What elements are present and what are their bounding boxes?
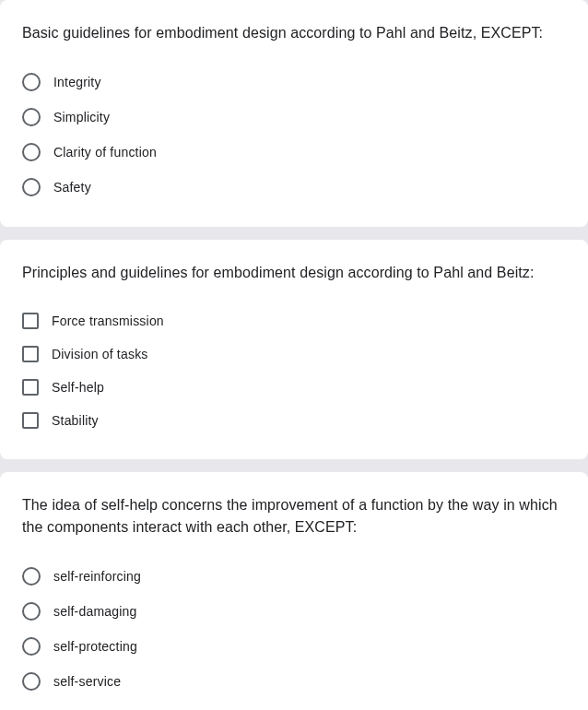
option-label: Stability: [52, 413, 99, 428]
radio-icon[interactable]: [22, 637, 41, 656]
option-row[interactable]: Clarity of function: [22, 135, 566, 170]
option-label: Safety: [53, 180, 91, 195]
option-row[interactable]: self-protecting: [22, 629, 566, 664]
option-label: Force transmission: [52, 314, 164, 328]
option-label: Simplicity: [53, 110, 110, 124]
checkbox-icon[interactable]: [22, 379, 39, 396]
option-row[interactable]: Stability: [22, 404, 566, 437]
option-row[interactable]: self-service: [22, 664, 566, 699]
radio-icon[interactable]: [22, 108, 41, 126]
option-row[interactable]: Self-help: [22, 371, 566, 404]
radio-icon[interactable]: [22, 178, 41, 196]
question-text: Basic guidelines for embodiment design a…: [22, 22, 566, 44]
checkbox-icon[interactable]: [22, 313, 39, 329]
radio-icon[interactable]: [22, 143, 41, 161]
option-row[interactable]: Force transmission: [22, 304, 566, 337]
radio-icon[interactable]: [22, 672, 41, 691]
option-label: Clarity of function: [53, 145, 157, 160]
option-row[interactable]: Simplicity: [22, 100, 566, 135]
option-label: self-protecting: [53, 639, 137, 654]
radio-icon[interactable]: [22, 567, 41, 586]
option-label: Division of tasks: [52, 347, 148, 361]
option-row[interactable]: Safety: [22, 170, 566, 205]
question-card: The idea of self-help concerns the impro…: [0, 472, 588, 710]
radio-icon[interactable]: [22, 73, 41, 91]
option-label: self-damaging: [53, 604, 137, 619]
checkbox-icon[interactable]: [22, 346, 39, 362]
option-row[interactable]: self-damaging: [22, 594, 566, 629]
option-label: self-service: [53, 674, 121, 689]
option-label: Integrity: [53, 75, 101, 89]
checkbox-icon[interactable]: [22, 412, 39, 429]
question-text: Principles and guidelines for embodiment…: [22, 262, 566, 284]
question-card: Basic guidelines for embodiment design a…: [0, 0, 588, 227]
option-label: self-reinforcing: [53, 569, 141, 584]
option-row[interactable]: Division of tasks: [22, 337, 566, 371]
radio-icon[interactable]: [22, 602, 41, 621]
option-label: Self-help: [52, 380, 104, 395]
option-row[interactable]: Integrity: [22, 65, 566, 100]
question-text: The idea of self-help concerns the impro…: [22, 494, 566, 538]
question-card: Principles and guidelines for embodiment…: [0, 240, 588, 459]
option-row[interactable]: self-reinforcing: [22, 559, 566, 594]
